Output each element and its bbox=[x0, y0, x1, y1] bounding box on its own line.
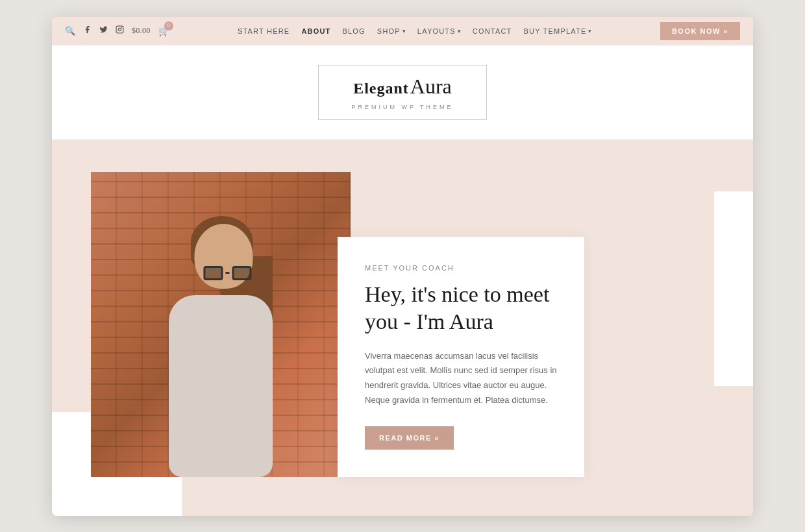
nav-start-here[interactable]: START HERE bbox=[238, 27, 290, 35]
price-display: $0.00 bbox=[132, 26, 151, 36]
cart-wrapper[interactable]: 🛒 0 bbox=[158, 25, 169, 37]
glass-lens-right bbox=[232, 266, 251, 280]
hero-photo-block bbox=[91, 172, 351, 477]
facebook-icon[interactable] bbox=[83, 25, 92, 36]
hero-description: Viverra maecenas accumsan lacus vel faci… bbox=[365, 349, 557, 408]
logo-area: Elegant Aura PREMIUM WP THEME bbox=[52, 45, 753, 139]
instagram-icon[interactable] bbox=[116, 25, 124, 36]
nav-blog[interactable]: BLOG bbox=[342, 27, 365, 35]
person-silhouette bbox=[136, 204, 305, 477]
main-content: MEET YOUR COACH Hey, it's nice to meet y… bbox=[52, 139, 753, 516]
logo-script-text: Aura bbox=[410, 75, 452, 99]
meet-label: MEET YOUR COACH bbox=[365, 264, 557, 272]
nav-contact[interactable]: CONTACT bbox=[473, 27, 512, 35]
person-body bbox=[169, 295, 273, 477]
glass-lens-left bbox=[203, 266, 223, 280]
glass-bridge bbox=[225, 272, 229, 274]
shop-dropdown-arrow: ▾ bbox=[402, 28, 406, 34]
logo-tagline: PREMIUM WP THEME bbox=[351, 104, 453, 110]
top-navigation: START HERE ABOUT BLOG SHOP ▾ LAYOUTS ▾ C… bbox=[238, 27, 592, 35]
top-bar-left: 🔍 $0.00 🛒 0 bbox=[65, 25, 169, 37]
nav-about[interactable]: ABOUT bbox=[301, 27, 330, 35]
twitter-icon[interactable] bbox=[99, 25, 108, 36]
info-card: MEET YOUR COACH Hey, it's nice to meet y… bbox=[338, 237, 584, 477]
logo-serif-text: Elegant bbox=[353, 80, 409, 97]
hero-photo-placeholder bbox=[91, 172, 351, 477]
svg-point-1 bbox=[118, 28, 121, 30]
svg-rect-0 bbox=[116, 26, 123, 33]
cart-badge: 0 bbox=[164, 21, 173, 30]
browser-window: 🔍 $0.00 🛒 0 START HERE ABOUT BLOG bbox=[52, 17, 753, 516]
search-icon[interactable]: 🔍 bbox=[65, 26, 75, 36]
read-more-button[interactable]: READ MORE » bbox=[365, 426, 454, 450]
logo-main: Elegant Aura bbox=[345, 75, 460, 99]
nav-buy-template[interactable]: BUY TEMPLATE ▾ bbox=[524, 27, 592, 35]
logo-divider-line: PREMIUM WP THEME bbox=[345, 101, 460, 110]
logo-box: Elegant Aura PREMIUM WP THEME bbox=[318, 65, 486, 120]
top-bar: 🔍 $0.00 🛒 0 START HERE ABOUT BLOG bbox=[52, 17, 753, 45]
svg-point-2 bbox=[121, 27, 122, 28]
buy-template-dropdown-arrow: ▾ bbox=[588, 28, 591, 34]
white-right-strip-decor bbox=[714, 191, 753, 386]
nav-shop[interactable]: SHOP ▾ bbox=[377, 27, 406, 35]
hero-headline: Hey, it's nice to meet you - I'm Aura bbox=[365, 281, 557, 336]
person-glasses bbox=[203, 266, 251, 280]
book-now-button[interactable]: BOOK NOW » bbox=[660, 22, 740, 40]
layouts-dropdown-arrow: ▾ bbox=[458, 28, 461, 34]
nav-layouts[interactable]: LAYOUTS ▾ bbox=[417, 27, 461, 35]
person-head bbox=[195, 224, 253, 289]
